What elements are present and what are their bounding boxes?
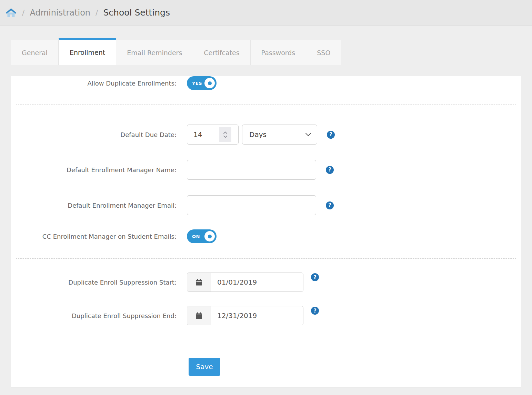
allow-duplicate-enrollments-label: Allow Duplicate Enrollments: (11, 80, 177, 87)
chevron-up-icon (223, 131, 228, 134)
tab-bar: General Enrollment Email Reminders Certi… (11, 38, 532, 65)
save-row: Save (11, 358, 521, 376)
page-title: School Settings (103, 8, 170, 18)
due-date-number-input[interactable] (187, 130, 218, 139)
suppression-start-label: Duplicate Enroll Suppression Start: (11, 279, 177, 286)
calendar-icon[interactable] (187, 273, 211, 292)
toggle-state-label: ON (192, 234, 200, 239)
breadcrumb-separator: / (96, 8, 98, 17)
number-stepper[interactable] (219, 127, 231, 142)
breadcrumb-administration[interactable]: Administration (30, 8, 90, 18)
help-icon[interactable]: ? (311, 307, 319, 315)
default-due-date-row: Default Due Date: Days ? (11, 125, 521, 145)
manager-email-row: Default Enrollment Manager Email: ? (11, 195, 521, 215)
manager-name-input[interactable] (187, 160, 316, 180)
tab-certificates[interactable]: Certifcates (193, 40, 250, 65)
tab-enrollment[interactable]: Enrollment (59, 38, 116, 65)
suppression-start-row: Duplicate Enroll Suppression Start: ? (11, 273, 521, 292)
suppression-end-input[interactable] (211, 306, 303, 325)
suppression-end-group (187, 306, 303, 325)
suppression-end-label: Duplicate Enroll Suppression End: (11, 312, 177, 319)
section-divider (16, 344, 516, 344)
default-due-date-label: Default Due Date: (11, 131, 177, 138)
suppression-start-input[interactable] (211, 273, 303, 292)
due-date-unit-select[interactable]: Days (242, 125, 317, 144)
chevron-down-icon (223, 135, 228, 138)
breadcrumb-separator: / (22, 8, 24, 17)
tab-sso[interactable]: SSO (306, 40, 341, 65)
toggle-knob (204, 78, 215, 88)
help-icon[interactable]: ? (311, 273, 319, 281)
help-icon[interactable]: ? (326, 201, 334, 209)
help-icon[interactable]: ? (327, 131, 335, 139)
tab-general[interactable]: General (11, 40, 59, 65)
suppression-start-group (187, 273, 303, 292)
due-date-unit-wrap: Days (242, 125, 317, 145)
cc-manager-toggle[interactable]: ON (187, 229, 217, 243)
cc-manager-label: CC Enrollment Manager on Student Emails: (11, 233, 177, 240)
enrollment-settings-panel: Allow Duplicate Enrollments: YES Default… (11, 76, 521, 387)
breadcrumb: / Administration / School Settings (0, 0, 532, 26)
manager-name-row: Default Enrollment Manager Name: ? (11, 160, 521, 180)
allow-duplicate-enrollments-row: Allow Duplicate Enrollments: YES (11, 76, 521, 90)
save-button[interactable]: Save (189, 358, 220, 376)
calendar-icon[interactable] (187, 306, 211, 325)
toggle-state-label: YES (192, 81, 202, 86)
section-divider (16, 105, 516, 105)
suppression-end-row: Duplicate Enroll Suppression End: ? (11, 306, 521, 325)
allow-duplicate-enrollments-toggle[interactable]: YES (187, 76, 217, 90)
manager-email-input[interactable] (187, 195, 316, 215)
due-date-number-wrap (187, 125, 239, 145)
home-icon[interactable] (5, 8, 17, 18)
manager-name-label: Default Enrollment Manager Name: (11, 166, 177, 174)
manager-email-label: Default Enrollment Manager Email: (11, 202, 177, 209)
cc-manager-row: CC Enrollment Manager on Student Emails:… (11, 229, 521, 243)
section-divider (16, 258, 516, 259)
tab-passwords[interactable]: Passwords (251, 40, 307, 65)
help-icon[interactable]: ? (326, 166, 334, 174)
tab-email-reminders[interactable]: Email Reminders (116, 40, 193, 65)
toggle-knob (204, 231, 215, 241)
